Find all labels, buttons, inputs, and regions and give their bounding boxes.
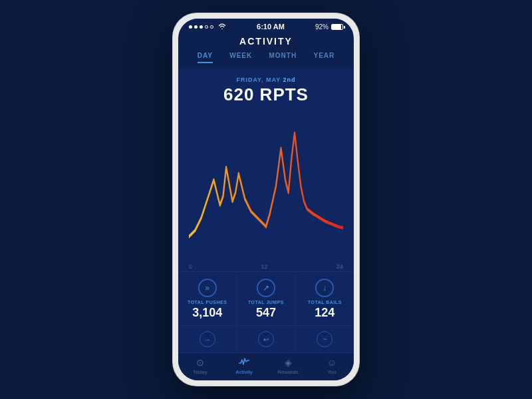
nav-you[interactable]: ☺ You bbox=[310, 353, 354, 380]
stat2-icon-2: ↩ bbox=[258, 331, 274, 347]
tab-week[interactable]: WEEK bbox=[229, 52, 252, 63]
stat2-icon-1: → bbox=[200, 331, 215, 347]
stats-grid-2: → ↩ ~ bbox=[178, 325, 354, 352]
battery-icon bbox=[331, 24, 343, 30]
pushes-value: 3,104 bbox=[192, 306, 222, 320]
bails-icon: ↓ bbox=[315, 279, 334, 297]
chart-label-0: 0 bbox=[189, 263, 192, 270]
nav-rewards[interactable]: ◈ Rewards bbox=[266, 353, 310, 380]
dot-4 bbox=[205, 25, 208, 29]
bails-value: 124 bbox=[315, 306, 334, 320]
you-label: You bbox=[327, 369, 336, 375]
stat2-3: ~ bbox=[296, 326, 354, 352]
chart-x-labels: 0 12 24 bbox=[178, 262, 354, 271]
jumps-value: 547 bbox=[256, 306, 276, 320]
tab-day[interactable]: DAY bbox=[198, 52, 213, 63]
activity-icon bbox=[239, 357, 249, 368]
content-area: FRIDAY, MAY 2nd 620 RPTS bbox=[178, 68, 354, 352]
signal-dots bbox=[189, 23, 226, 31]
points-display: 620 RPTS bbox=[178, 84, 354, 105]
stat-bails: ↓ TOTAL BAILS 124 bbox=[296, 272, 354, 325]
today-label: Today bbox=[193, 369, 207, 375]
you-icon: ☺ bbox=[327, 357, 336, 368]
date-section: FRIDAY, MAY 2nd 620 RPTS bbox=[178, 68, 354, 110]
pushes-icon: » bbox=[198, 279, 217, 297]
app-title: ACTIVITY bbox=[178, 36, 354, 47]
rewards-label: Rewards bbox=[277, 369, 299, 375]
today-icon: ⊙ bbox=[196, 357, 204, 368]
stat2-1: → bbox=[178, 326, 237, 352]
dot-5 bbox=[210, 25, 213, 29]
dot-3 bbox=[200, 25, 203, 29]
phone-frame: 6:10 AM 92% ACTIVITY DAY WEEK MONTH YEAR bbox=[173, 13, 359, 386]
activity-chart bbox=[189, 110, 343, 262]
nav-today[interactable]: ⊙ Today bbox=[178, 353, 222, 380]
bottom-nav: ⊙ Today Activity ◈ Rewards ☺ You bbox=[178, 352, 354, 380]
rewards-icon: ◈ bbox=[285, 357, 292, 368]
stat-pushes: » TOTAL PUSHES 3,104 bbox=[178, 272, 237, 325]
chart-label-12: 12 bbox=[261, 263, 267, 270]
app-title-bar: ACTIVITY bbox=[178, 33, 354, 52]
period-tabs: DAY WEEK MONTH YEAR bbox=[178, 52, 354, 68]
bails-label: TOTAL BAILS bbox=[308, 300, 342, 305]
pushes-label: TOTAL PUSHES bbox=[188, 300, 227, 305]
chart-label-24: 24 bbox=[336, 263, 343, 270]
wifi-icon bbox=[218, 23, 226, 31]
status-right: 92% bbox=[315, 23, 343, 31]
status-bar: 6:10 AM 92% bbox=[178, 19, 354, 33]
jumps-label: TOTAL JUMPS bbox=[248, 300, 284, 305]
activity-label: Activity bbox=[235, 369, 252, 375]
stat-jumps: ↗ TOTAL JUMPS 547 bbox=[237, 272, 295, 325]
stat2-icon-3: ~ bbox=[317, 331, 332, 347]
dot-2 bbox=[194, 25, 198, 29]
nav-activity[interactable]: Activity bbox=[222, 353, 266, 380]
tab-year[interactable]: YEAR bbox=[314, 52, 335, 63]
date-label: FRIDAY, MAY 2nd bbox=[178, 76, 354, 83]
stat2-2: ↩ bbox=[237, 326, 295, 352]
jumps-icon: ↗ bbox=[257, 279, 275, 297]
tab-month[interactable]: MONTH bbox=[269, 52, 297, 63]
dot-1 bbox=[189, 25, 192, 29]
battery-pct: 92% bbox=[315, 23, 329, 31]
stats-grid: » TOTAL PUSHES 3,104 ↗ TOTAL JUMPS 547 ↓… bbox=[178, 271, 354, 325]
status-time: 6:10 AM bbox=[257, 23, 285, 31]
phone-screen: 6:10 AM 92% ACTIVITY DAY WEEK MONTH YEAR bbox=[178, 19, 354, 380]
chart-area bbox=[178, 110, 354, 262]
